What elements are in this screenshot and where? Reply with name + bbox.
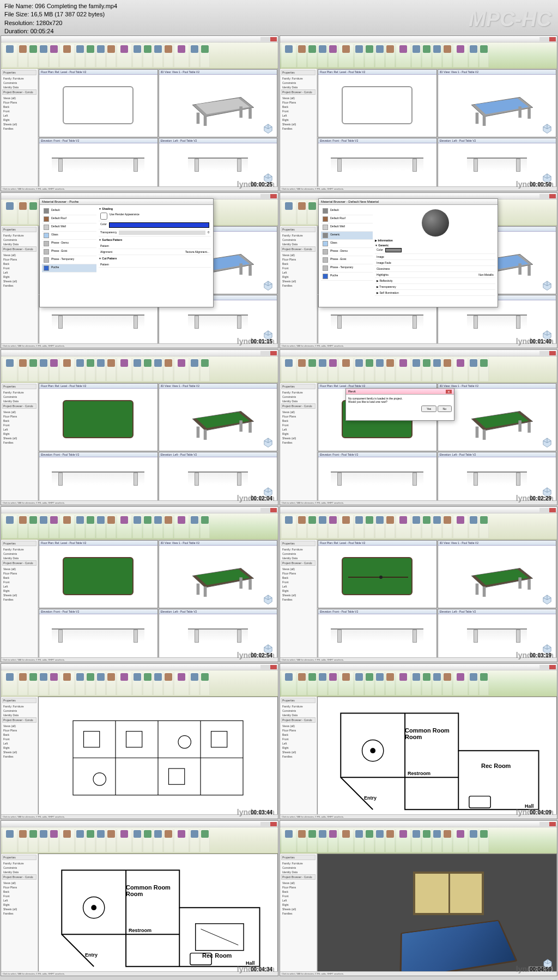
- ribbon-button[interactable]: [453, 828, 468, 852]
- ribbon-button[interactable]: [2, 515, 17, 539]
- ribbon-button[interactable]: [469, 672, 478, 695]
- ribbon-button[interactable]: [422, 515, 432, 539]
- ribbon-button[interactable]: [281, 201, 296, 225]
- self-illum-row[interactable]: ▶ Self Illumination: [375, 290, 495, 296]
- ribbon-button[interactable]: [106, 515, 116, 539]
- ribbon-button[interactable]: [442, 672, 452, 695]
- tree-item[interactable]: Right: [281, 118, 316, 122]
- ribbon-button[interactable]: [28, 515, 38, 539]
- ribbon-button[interactable]: [153, 672, 163, 695]
- ribbon-button[interactable]: [132, 358, 142, 382]
- tree-item[interactable]: Back: [2, 576, 37, 580]
- ribbon-button[interactable]: [375, 358, 385, 382]
- ribbon-button[interactable]: [307, 672, 317, 695]
- material-row[interactable]: Poche: [321, 273, 373, 281]
- tree-item[interactable]: Sheets (all): [2, 122, 37, 126]
- ribbon-button[interactable]: [163, 44, 173, 68]
- tree-item[interactable]: Left: [281, 270, 316, 275]
- tree-item[interactable]: Sheets (all): [281, 122, 316, 126]
- ribbon-button[interactable]: [338, 672, 354, 695]
- tree-item[interactable]: Sheets (all): [2, 436, 37, 440]
- ribbon-button[interactable]: [190, 828, 199, 852]
- ribbon-button[interactable]: [28, 358, 38, 382]
- tree-item[interactable]: Front: [2, 737, 37, 741]
- ribbon-button[interactable]: [18, 358, 28, 382]
- ribbon-button[interactable]: [318, 515, 327, 539]
- tree-item[interactable]: Families: [2, 754, 37, 759]
- tree-item[interactable]: Right: [281, 275, 316, 279]
- tree-item[interactable]: Front: [2, 423, 37, 427]
- ribbon-button[interactable]: [39, 515, 48, 539]
- tree-item[interactable]: Sheets (all): [281, 279, 316, 283]
- video-thumbnail[interactable]: Properties Family: Furniture Constraints…: [1, 820, 278, 976]
- tree-item[interactable]: Floor Plans: [2, 571, 37, 576]
- ribbon-button[interactable]: [307, 828, 317, 852]
- tree-item[interactable]: Views (all): [281, 567, 316, 571]
- tree-item[interactable]: Left: [2, 741, 37, 746]
- tree-item[interactable]: Right: [2, 746, 37, 750]
- material-row[interactable]: Default Wall: [42, 223, 96, 232]
- material-row[interactable]: Default: [321, 207, 373, 215]
- ribbon-button[interactable]: [86, 828, 95, 852]
- ribbon-button[interactable]: [28, 201, 38, 225]
- ribbon-button[interactable]: [328, 44, 338, 68]
- tree-item[interactable]: Sheets (all): [2, 593, 37, 597]
- ribbon-button[interactable]: [469, 515, 478, 539]
- viewport-plan[interactable]: Common RoomRoom Restroom Rec Room Entry …: [38, 854, 278, 972]
- ribbon-button[interactable]: [18, 828, 28, 852]
- viewport-elev-front[interactable]: Elevation: Front - Pool Table V2: [39, 609, 158, 658]
- ribbon-button[interactable]: [153, 358, 163, 382]
- ribbon-button[interactable]: [432, 828, 442, 852]
- ribbon-button[interactable]: [200, 515, 210, 539]
- ribbon-button[interactable]: [442, 358, 452, 382]
- viewport-3d[interactable]: 3D View: View 1 - Pool Table V2: [159, 383, 278, 451]
- ribbon-button[interactable]: [153, 44, 163, 68]
- video-thumbnail[interactable]: Properties Family: Furniture Constraints…: [1, 192, 278, 348]
- ribbon-button[interactable]: [28, 44, 38, 68]
- tree-item[interactable]: Back: [2, 733, 37, 737]
- viewport-plan[interactable]: Floor Plan: Ref. Level - Pool Table V2: [39, 69, 158, 137]
- tree-item[interactable]: Views (all): [2, 724, 37, 728]
- tree-item[interactable]: Back: [2, 262, 37, 266]
- color-swatch[interactable]: [109, 222, 209, 228]
- ribbon-button[interactable]: [338, 44, 354, 68]
- tree-item[interactable]: Back: [281, 733, 316, 737]
- material-row[interactable]: Default Roof: [42, 215, 96, 223]
- ribbon-button[interactable]: [396, 828, 411, 852]
- viewport-elev-front[interactable]: Elevation: Front - Pool Table V2: [39, 452, 158, 501]
- tree-item[interactable]: Views (all): [281, 881, 316, 885]
- video-thumbnail[interactable]: Properties Family: Furniture Constraints…: [280, 820, 557, 976]
- material-row[interactable]: Glass: [321, 240, 373, 248]
- tree-item[interactable]: Families: [2, 597, 37, 602]
- ribbon-button[interactable]: [297, 201, 307, 225]
- ribbon-button[interactable]: [39, 358, 48, 382]
- video-thumbnail[interactable]: Properties Family: Furniture Constraints…: [280, 506, 557, 662]
- ribbon-button[interactable]: [86, 672, 95, 695]
- ribbon-button[interactable]: [2, 672, 17, 695]
- tree-item[interactable]: Front: [281, 737, 316, 741]
- tree-item[interactable]: Back: [281, 576, 316, 580]
- ribbon-button[interactable]: [153, 828, 163, 852]
- ribbon-button[interactable]: [338, 515, 354, 539]
- material-row[interactable]: Phase - Demo: [42, 240, 96, 248]
- reflectivity-row[interactable]: ▶ Reflectivity: [375, 278, 495, 284]
- tree-item[interactable]: Front: [2, 894, 37, 898]
- ribbon-button[interactable]: [86, 44, 95, 68]
- tree-item[interactable]: Floor Plans: [2, 257, 37, 262]
- tree-item[interactable]: Front: [281, 109, 316, 113]
- ribbon-button[interactable]: [318, 828, 327, 852]
- ribbon-button[interactable]: [411, 358, 421, 382]
- ribbon-button[interactable]: [96, 672, 106, 695]
- viewport-plan[interactable]: Floor Plan: Ref. Level - Pool Table V2: [318, 540, 437, 608]
- ribbon-button[interactable]: [59, 44, 75, 68]
- tree-item[interactable]: Families: [2, 126, 37, 131]
- tree-item[interactable]: Front: [281, 894, 316, 898]
- material-row-selected[interactable]: Generic: [321, 232, 373, 240]
- viewport-elev-front[interactable]: Elevation: Front - Pool Table V2: [318, 452, 437, 501]
- video-thumbnail[interactable]: Properties Family: Furniture Constraints…: [1, 35, 278, 191]
- ribbon-button[interactable]: [307, 44, 317, 68]
- ribbon-button[interactable]: [96, 515, 106, 539]
- ribbon-button[interactable]: [328, 358, 338, 382]
- view-cube-icon[interactable]: [541, 279, 554, 292]
- ribbon-button[interactable]: [396, 44, 411, 68]
